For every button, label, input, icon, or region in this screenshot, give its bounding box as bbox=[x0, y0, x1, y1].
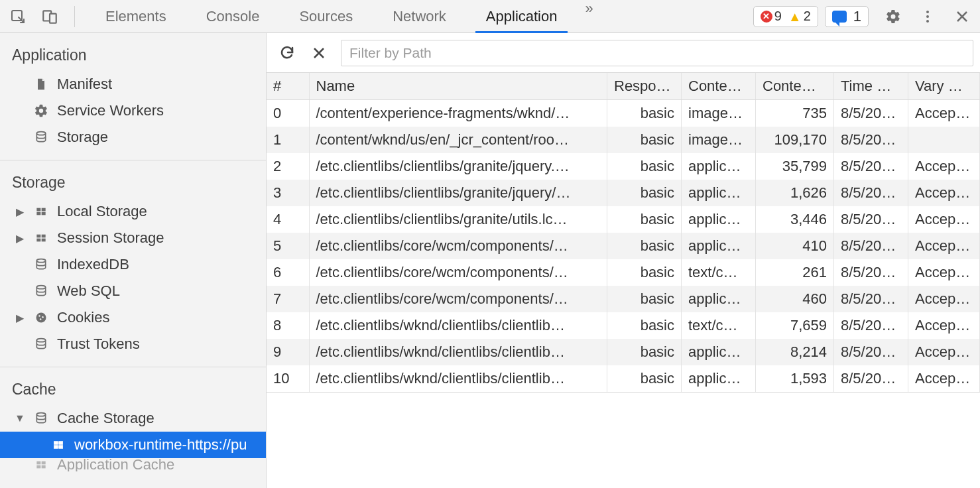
more-tabs-icon[interactable]: » bbox=[577, 0, 601, 32]
issues-button[interactable]: 1 bbox=[825, 6, 869, 27]
cell-ctype: text/c… bbox=[682, 312, 756, 339]
sidebar-item-local-storage[interactable]: ▶ Local Storage bbox=[0, 198, 266, 225]
cell-name: /etc.clientlibs/clientlibs/granite/utils… bbox=[309, 206, 607, 233]
sidebar-item-cache-storage[interactable]: ▼ Cache Storage bbox=[0, 405, 266, 432]
col-time[interactable]: Time … bbox=[834, 73, 908, 100]
cell-resp: basic bbox=[607, 339, 682, 365]
col-index[interactable]: # bbox=[267, 73, 309, 100]
issues-icon bbox=[832, 11, 847, 23]
main-area: Application Manifest Service Workers bbox=[0, 33, 980, 488]
sidebar-item-app-cache[interactable]: Application Cache bbox=[0, 458, 266, 471]
panel-tabs: Elements Console Sources Network Applica… bbox=[86, 0, 753, 32]
svg-point-22 bbox=[36, 413, 45, 416]
cell-name: /content/experience-fragments/wknd/… bbox=[309, 100, 607, 127]
cell-clen: 261 bbox=[756, 259, 834, 286]
cell-clen: 735 bbox=[756, 100, 834, 127]
table-row[interactable]: 5/etc.clientlibs/core/wcm/components/…ba… bbox=[267, 233, 980, 259]
col-content-length[interactable]: Conte… bbox=[756, 73, 834, 100]
tab-console[interactable]: Console bbox=[186, 0, 280, 32]
item-label: Web SQL bbox=[57, 282, 120, 300]
table-row[interactable]: 6/etc.clientlibs/core/wcm/components/…ba… bbox=[267, 259, 980, 286]
warning-icon: ▲ bbox=[788, 10, 802, 23]
svg-point-20 bbox=[40, 318, 42, 320]
cell-resp: basic bbox=[607, 206, 682, 233]
sidebar-item-manifest[interactable]: Manifest bbox=[0, 71, 266, 97]
console-counts-button[interactable]: ✕ 9 ▲ 2 bbox=[753, 6, 818, 27]
svg-rect-26 bbox=[59, 446, 63, 449]
cell-time: 8/5/20… bbox=[834, 259, 908, 286]
cell-ctype: applic… bbox=[682, 233, 756, 259]
item-label: Local Storage bbox=[57, 203, 147, 220]
cell-vary: Accep… bbox=[908, 312, 980, 339]
device-toggle-icon[interactable] bbox=[40, 7, 60, 27]
sidebar-item-workbox-cache[interactable]: workbox-runtime-https://pu bbox=[0, 432, 266, 458]
file-icon bbox=[33, 76, 49, 92]
errors-badge: ✕ 9 bbox=[761, 9, 782, 24]
gear-icon bbox=[33, 103, 49, 119]
table-row[interactable]: 10/etc.clientlibs/wknd/clientlibs/client… bbox=[267, 365, 980, 392]
tab-elements[interactable]: Elements bbox=[86, 0, 186, 32]
cell-ctype: text/c… bbox=[682, 259, 756, 286]
cell-time: 8/5/20… bbox=[834, 180, 908, 206]
cell-time: 8/5/20… bbox=[834, 286, 908, 312]
sidebar-item-storage[interactable]: Storage bbox=[0, 124, 266, 151]
expand-arrow-icon[interactable]: ▶ bbox=[15, 232, 25, 245]
svg-point-21 bbox=[36, 339, 45, 342]
sidebar-section-cache: Cache ▼ Cache Storage workbox-runtime-ht… bbox=[0, 367, 266, 481]
sidebar-item-session-storage[interactable]: ▶ Session Storage bbox=[0, 225, 266, 251]
settings-icon[interactable] bbox=[883, 7, 903, 27]
issues-count: 1 bbox=[853, 8, 861, 25]
cell-time: 8/5/20… bbox=[834, 127, 908, 153]
sidebar-item-cookies[interactable]: ▶ Cookies bbox=[0, 304, 266, 331]
table-row[interactable]: 0/content/experience-fragments/wknd/…bas… bbox=[267, 100, 980, 127]
svg-rect-10 bbox=[42, 212, 46, 215]
col-name[interactable]: Name bbox=[309, 73, 607, 100]
collapse-arrow-icon[interactable]: ▼ bbox=[15, 412, 25, 424]
devtools-toolbar: Elements Console Sources Network Applica… bbox=[0, 0, 980, 33]
col-content-type[interactable]: Conte… bbox=[682, 73, 756, 100]
inspect-icon[interactable] bbox=[8, 7, 28, 27]
col-vary[interactable]: Vary H… bbox=[908, 73, 980, 100]
cell-time: 8/5/20… bbox=[834, 365, 908, 392]
cell-time: 8/5/20… bbox=[834, 100, 908, 127]
svg-rect-28 bbox=[42, 461, 46, 465]
sidebar-item-web-sql[interactable]: Web SQL bbox=[0, 278, 266, 304]
table-row[interactable]: 3/etc.clientlibs/clientlibs/granite/jque… bbox=[267, 180, 980, 206]
cell-name: /etc.clientlibs/wknd/clientlibs/clientli… bbox=[309, 339, 607, 365]
tab-sources[interactable]: Sources bbox=[279, 0, 373, 32]
grid-icon bbox=[33, 204, 49, 219]
sidebar-item-trust-tokens[interactable]: Trust Tokens bbox=[0, 331, 266, 357]
item-label: Trust Tokens bbox=[57, 336, 140, 353]
table-row[interactable]: 2/etc.clientlibs/clientlibs/granite/jque… bbox=[267, 153, 980, 180]
table-row[interactable]: 1/content/wknd/us/en/_jcr_content/roo…ba… bbox=[267, 127, 980, 153]
item-label: Application Cache bbox=[57, 458, 174, 471]
cell-ctype: applic… bbox=[682, 180, 756, 206]
filter-bar bbox=[267, 33, 980, 73]
kebab-menu-icon[interactable] bbox=[918, 7, 938, 27]
cell-vary: Accep… bbox=[908, 365, 980, 392]
cell-time: 8/5/20… bbox=[834, 233, 908, 259]
close-icon[interactable] bbox=[952, 7, 972, 27]
cell-index: 4 bbox=[267, 206, 309, 233]
table-row[interactable]: 8/etc.clientlibs/wknd/clientlibs/clientl… bbox=[267, 312, 980, 339]
sidebar-item-indexeddb[interactable]: IndexedDB bbox=[0, 251, 266, 278]
item-label: Session Storage bbox=[57, 229, 164, 247]
filter-input[interactable] bbox=[341, 40, 973, 66]
cell-vary: Accep… bbox=[908, 339, 980, 365]
tab-application[interactable]: Application bbox=[466, 0, 578, 32]
table-row[interactable]: 4/etc.clientlibs/clientlibs/granite/util… bbox=[267, 206, 980, 233]
cell-name: /etc.clientlibs/clientlibs/granite/jquer… bbox=[309, 153, 607, 180]
expand-arrow-icon[interactable]: ▶ bbox=[15, 206, 25, 218]
svg-point-18 bbox=[38, 315, 40, 317]
sidebar-item-service-workers[interactable]: Service Workers bbox=[0, 97, 266, 124]
expand-arrow-icon[interactable]: ▶ bbox=[15, 312, 25, 324]
cell-index: 2 bbox=[267, 153, 309, 180]
col-response[interactable]: Respo… bbox=[607, 73, 682, 100]
clear-icon[interactable] bbox=[309, 43, 329, 63]
refresh-icon[interactable] bbox=[277, 43, 297, 63]
item-label: Cookies bbox=[57, 309, 109, 326]
tab-network[interactable]: Network bbox=[373, 0, 466, 32]
table-row[interactable]: 9/etc.clientlibs/wknd/clientlibs/clientl… bbox=[267, 339, 980, 365]
item-label: Manifest bbox=[57, 76, 112, 93]
table-row[interactable]: 7/etc.clientlibs/core/wcm/components/…ba… bbox=[267, 286, 980, 312]
